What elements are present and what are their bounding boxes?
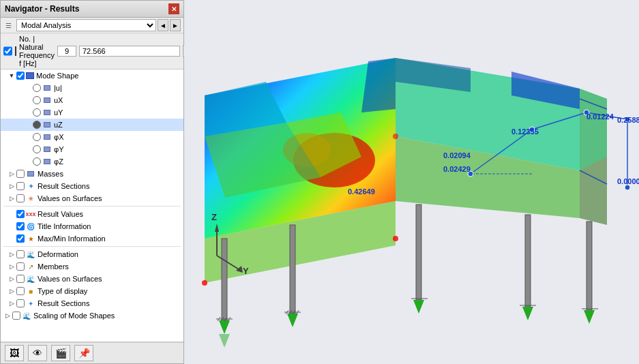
tree-item-result-values[interactable]: ▷ xxx Result Values bbox=[1, 208, 183, 220]
radio-phiz[interactable] bbox=[33, 157, 41, 166]
tree-item-scaling[interactable]: ▷ 🌊 Scaling of Mode Shapes bbox=[1, 309, 183, 322]
u-abs-label: |u| bbox=[54, 84, 62, 92]
tree-item-values-surfaces-1[interactable]: ▷ ✳ Values on Surfaces bbox=[1, 192, 183, 204]
members-label: Members bbox=[38, 262, 69, 271]
viewport-svg: 0.42649 0.12355 0.02094 0.02429 0.01224 … bbox=[184, 0, 639, 364]
phix-label: φX bbox=[54, 133, 63, 141]
members-icon: ↗ bbox=[26, 262, 35, 271]
title-info-label: Title Information bbox=[38, 222, 91, 230]
svg-text:0.00004: 0.00004 bbox=[617, 177, 639, 185]
analysis-dropdown[interactable]: Modal Analysis bbox=[16, 19, 156, 31]
values-surfaces-2-checkbox[interactable] bbox=[16, 275, 25, 283]
members-checkbox[interactable] bbox=[16, 262, 25, 271]
svg-point-66 bbox=[393, 134, 398, 139]
mode-shape-checkbox[interactable] bbox=[16, 72, 25, 80]
freq-label: No. | Natural Frequency f [Hz] bbox=[19, 35, 55, 67]
tree-item-values-surfaces-2[interactable]: ▷ 🌊 Values on Surfaces bbox=[1, 273, 183, 285]
tree-item-uz[interactable]: ▷ uZ bbox=[1, 119, 183, 131]
panel-icon: ☰ bbox=[3, 20, 13, 30]
freq-checkbox[interactable] bbox=[3, 46, 12, 56]
deformation-icon: 🌊 bbox=[26, 249, 35, 259]
tree-mode-shape[interactable]: ▼ Mode Shape bbox=[1, 70, 183, 82]
scaling-icon: 🌊 bbox=[22, 311, 31, 320]
bottom-toolbar: 🖼 👁 🎬 📌 bbox=[1, 342, 183, 363]
tree-area: ▼ Mode Shape ▷ |u| ▷ uX ▷ uY ▷ bbox=[1, 70, 183, 342]
svg-text:0.12355: 0.12355 bbox=[511, 127, 539, 136]
maxmin-info-icon: ★ bbox=[26, 234, 35, 243]
result-sections-2-label: Result Sections bbox=[38, 299, 89, 307]
freq-value-input[interactable] bbox=[79, 46, 180, 57]
radio-phiy[interactable] bbox=[33, 145, 41, 153]
nav-prev-button[interactable]: ◄ bbox=[158, 19, 168, 31]
phiz-icon bbox=[42, 157, 52, 166]
scaling-label: Scaling of Mode Shapes bbox=[33, 312, 115, 320]
deformation-checkbox[interactable] bbox=[16, 250, 25, 258]
phix-icon bbox=[42, 132, 52, 142]
svg-text:0.42649: 0.42649 bbox=[348, 187, 375, 196]
tree-item-result-sections-1[interactable]: ▷ ✦ Result Sections bbox=[1, 180, 183, 192]
phiy-icon bbox=[42, 145, 52, 154]
uy-icon bbox=[42, 108, 52, 117]
uy-label: uY bbox=[54, 108, 63, 117]
view-btn-3[interactable]: 🎬 bbox=[51, 345, 70, 361]
tree-item-phiy[interactable]: ▷ φY bbox=[1, 143, 183, 155]
radio-uy[interactable] bbox=[33, 108, 41, 117]
svg-rect-19 bbox=[586, 222, 592, 310]
values-surfaces-2-icon: 🌊 bbox=[26, 274, 35, 284]
panel-title-bar: Navigator - Results ✕ bbox=[1, 1, 183, 18]
view-btn-2[interactable]: 👁 bbox=[28, 345, 47, 361]
ux-icon bbox=[42, 95, 52, 105]
radio-ux[interactable] bbox=[33, 96, 41, 104]
maxmin-info-checkbox[interactable] bbox=[16, 234, 25, 243]
tree-item-ux[interactable]: ▷ uX bbox=[1, 94, 183, 106]
maxmin-info-label: Max/Min Information bbox=[38, 234, 106, 243]
result-sections-1-checkbox[interactable] bbox=[16, 182, 25, 190]
values-surfaces-1-checkbox[interactable] bbox=[16, 194, 25, 202]
tree-item-uy[interactable]: ▷ uY bbox=[1, 106, 183, 119]
title-info-icon: 🌀 bbox=[26, 222, 35, 231]
type-display-label: Type of display bbox=[38, 287, 87, 295]
radio-phix[interactable] bbox=[33, 133, 41, 141]
phiz-label: φZ bbox=[54, 157, 63, 166]
mode-shape-icon bbox=[26, 72, 34, 79]
separator-1 bbox=[3, 206, 181, 207]
uz-icon bbox=[42, 120, 52, 130]
tree-item-phiz[interactable]: ▷ φZ bbox=[1, 155, 183, 168]
tree-item-masses[interactable]: ▷ Masses bbox=[1, 168, 183, 180]
tree-item-type-of-display[interactable]: ▷ ■ Type of display bbox=[1, 285, 183, 297]
type-display-icon: ■ bbox=[26, 286, 35, 296]
tree-item-title-info[interactable]: ▷ 🌀 Title Information bbox=[1, 220, 183, 232]
tree-item-maxmin-info[interactable]: ▷ ★ Max/Min Information bbox=[1, 232, 183, 245]
uz-label: uZ bbox=[54, 121, 63, 129]
svg-text:Y: Y bbox=[243, 266, 249, 276]
masses-icon bbox=[26, 169, 35, 179]
view-btn-4[interactable]: 📌 bbox=[74, 345, 93, 361]
tree-item-phix[interactable]: ▷ φX bbox=[1, 131, 183, 143]
result-values-checkbox[interactable] bbox=[16, 210, 25, 218]
frequency-row: No. | Natural Frequency f [Hz] ◄ ► bbox=[1, 33, 183, 70]
freq-icon bbox=[15, 46, 16, 56]
mode-shape-label: Mode Shape bbox=[36, 72, 78, 80]
title-info-checkbox[interactable] bbox=[16, 222, 25, 230]
tree-item-result-sections-2[interactable]: ▷ ✦ Result Sections bbox=[1, 297, 183, 309]
svg-text:Z: Z bbox=[211, 212, 217, 222]
result-sections-2-checkbox[interactable] bbox=[16, 299, 25, 307]
close-button[interactable]: ✕ bbox=[168, 3, 179, 14]
phiy-label: φY bbox=[54, 145, 63, 153]
svg-point-65 bbox=[202, 280, 207, 286]
masses-checkbox[interactable] bbox=[16, 170, 25, 178]
nav-next-button[interactable]: ► bbox=[170, 19, 181, 31]
radio-uz[interactable] bbox=[33, 121, 41, 129]
tree-item-u-abs[interactable]: ▷ |u| bbox=[1, 82, 183, 94]
tree-item-deformation[interactable]: ▷ 🌊 Deformation bbox=[1, 248, 183, 260]
scaling-checkbox[interactable] bbox=[12, 312, 20, 320]
separator-2 bbox=[3, 246, 181, 247]
svg-rect-15 bbox=[222, 239, 227, 320]
result-sections-2-icon: ✦ bbox=[26, 299, 35, 308]
radio-u-abs[interactable] bbox=[33, 84, 41, 92]
tree-item-members[interactable]: ▷ ↗ Members bbox=[1, 260, 183, 273]
viewport: 0.42649 0.12355 0.02094 0.02429 0.01224 … bbox=[184, 0, 639, 364]
view-btn-1[interactable]: 🖼 bbox=[5, 345, 24, 361]
freq-number-input[interactable] bbox=[57, 46, 76, 57]
type-display-checkbox[interactable] bbox=[16, 287, 25, 295]
